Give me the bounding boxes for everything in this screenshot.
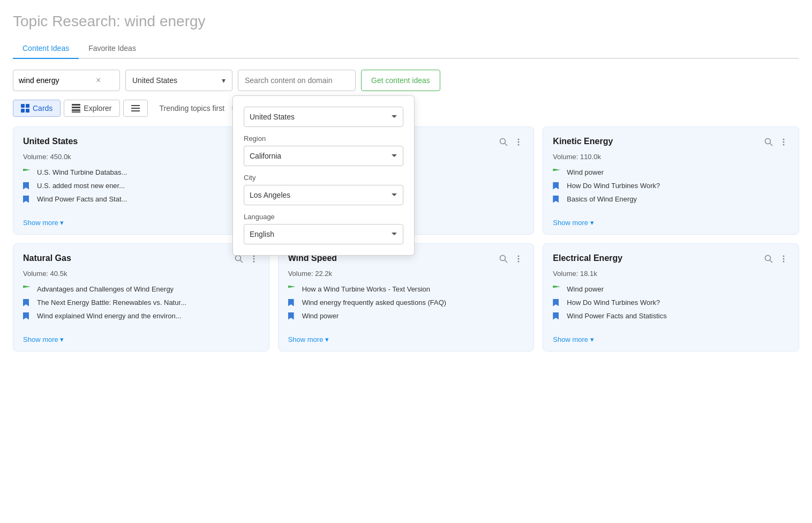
country-select-wrap: United States ▾ United States Region Cal… xyxy=(125,70,232,91)
card-header: Electrical Energy xyxy=(553,253,789,266)
show-more-button[interactable]: Show more ▾ xyxy=(23,335,64,343)
search-input[interactable] xyxy=(19,76,94,85)
card-item: Wind power xyxy=(553,168,789,176)
more-icon-button[interactable] xyxy=(778,253,789,266)
city-label: City xyxy=(244,174,403,182)
bookmark-icon xyxy=(553,196,562,203)
search-icon-button[interactable] xyxy=(763,253,774,266)
card-kinetic-energy: Kinetic Energy Volume: 110.0k Wind power… xyxy=(543,126,799,235)
clear-button[interactable]: × xyxy=(94,76,103,85)
card-items: How a Wind Turbine Works - Text VersionW… xyxy=(288,285,524,328)
svg-rect-7 xyxy=(72,111,80,113)
search-icon xyxy=(235,255,243,263)
bookmark-icon xyxy=(23,299,33,307)
region-select[interactable]: California xyxy=(244,146,403,166)
search-icon-button[interactable] xyxy=(498,253,509,266)
show-more-button[interactable]: Show more ▾ xyxy=(553,335,593,343)
flag-icon xyxy=(553,169,562,176)
svg-point-23 xyxy=(783,139,784,140)
more-icon xyxy=(514,255,523,263)
svg-rect-4 xyxy=(72,104,80,106)
card-title: United States xyxy=(23,137,78,146)
more-icon-button[interactable] xyxy=(513,253,524,266)
svg-point-21 xyxy=(765,139,770,144)
language-select[interactable]: English xyxy=(244,224,403,244)
bookmark-icon xyxy=(23,312,33,320)
flag-icon xyxy=(288,286,298,293)
card-volume: Volume: 110.0k xyxy=(553,153,789,161)
card-volume: Volume: 22.2k xyxy=(288,270,524,278)
card-items: Wind powerHow Do Wind Turbines Work?Wind… xyxy=(553,285,789,328)
card-item: Wind energy frequently asked questions (… xyxy=(288,298,524,307)
search-icon xyxy=(499,138,508,146)
card-volume: Volume: 18.1k xyxy=(553,270,789,278)
card-item: How Do Wind Turbines Work? xyxy=(553,298,789,307)
bookmark-icon xyxy=(23,182,33,190)
svg-rect-6 xyxy=(72,109,80,111)
svg-line-22 xyxy=(770,144,772,146)
country-select[interactable]: United States xyxy=(244,107,403,127)
card-item: How Do Wind Turbines Work? xyxy=(553,182,789,190)
show-more-button[interactable]: Show more ▾ xyxy=(23,219,64,227)
page-title: Topic Research: wind energy xyxy=(13,13,799,30)
svg-point-40 xyxy=(783,261,784,263)
card-title: Electrical Energy xyxy=(553,253,622,263)
card-item: Wind power xyxy=(553,285,789,293)
cards-icon xyxy=(21,104,29,113)
third-view-button[interactable] xyxy=(123,100,148,117)
city-select[interactable]: Los Angeles xyxy=(244,185,403,205)
card-item: Basics of Wind Energy xyxy=(553,195,789,203)
show-more-button[interactable]: Show more ▾ xyxy=(553,219,593,227)
search-icon-button[interactable] xyxy=(763,137,774,150)
more-icon xyxy=(779,138,788,146)
card-item: U.S. added most new ener... xyxy=(23,182,259,190)
search-icon-button[interactable] xyxy=(498,137,509,150)
bookmark-icon xyxy=(553,312,562,320)
card-item: The Next Energy Battle: Renewables vs. N… xyxy=(23,298,259,307)
svg-rect-9 xyxy=(131,108,140,109)
country-dropdown-button[interactable]: United States ▾ xyxy=(125,70,232,91)
svg-point-38 xyxy=(783,256,784,257)
tab-content-ideas[interactable]: Content Ideas xyxy=(13,39,79,59)
tab-favorite-ideas[interactable]: Favorite Ideas xyxy=(79,39,146,59)
location-dropdown-panel: United States Region California City Los… xyxy=(232,95,415,256)
card-actions xyxy=(763,253,789,266)
more-icon-button[interactable] xyxy=(778,137,789,150)
card-item: How a Wind Turbine Works - Text Version xyxy=(288,285,524,293)
svg-point-35 xyxy=(518,261,520,263)
bookmark-icon xyxy=(288,299,298,307)
svg-line-27 xyxy=(240,260,243,263)
search-input-wrap: × xyxy=(13,70,120,91)
card-items: Advantages and Challenges of Wind Energy… xyxy=(23,285,259,328)
language-label: Language xyxy=(244,213,403,221)
card-item: Wind power xyxy=(288,312,524,320)
svg-point-34 xyxy=(518,258,520,260)
card-header: Kinetic Energy xyxy=(553,137,789,150)
card-actions xyxy=(763,137,789,150)
region-label: Region xyxy=(244,135,403,143)
svg-line-17 xyxy=(505,144,508,146)
svg-point-29 xyxy=(253,258,254,260)
explorer-view-button[interactable]: Explorer xyxy=(64,100,119,117)
toolbar: × United States ▾ United States Region C… xyxy=(13,70,799,91)
cards-view-button[interactable]: Cards xyxy=(13,100,61,117)
card-united-states: United States Volume: 450.0k U.S. Wind T… xyxy=(13,126,269,235)
tabs-bar: Content Ideas Favorite Ideas xyxy=(13,39,799,59)
domain-search-input[interactable] xyxy=(238,70,356,91)
svg-rect-5 xyxy=(72,107,80,108)
svg-rect-3 xyxy=(26,109,29,113)
card-item: U.S. Wind Turbine Databas... xyxy=(23,168,259,176)
more-icon-button[interactable] xyxy=(513,137,524,150)
flag-icon xyxy=(23,169,33,176)
chevron-down-icon: ▾ xyxy=(222,76,225,85)
show-more-button[interactable]: Show more ▾ xyxy=(288,335,329,343)
svg-point-36 xyxy=(765,256,770,261)
flag-icon xyxy=(23,286,33,293)
search-icon xyxy=(764,255,773,263)
bookmark-icon xyxy=(288,312,298,320)
get-ideas-button[interactable]: Get content ideas xyxy=(361,70,440,91)
bookmark-icon xyxy=(23,196,33,203)
search-icon xyxy=(764,138,773,146)
svg-line-32 xyxy=(505,260,508,263)
svg-rect-1 xyxy=(26,104,29,108)
